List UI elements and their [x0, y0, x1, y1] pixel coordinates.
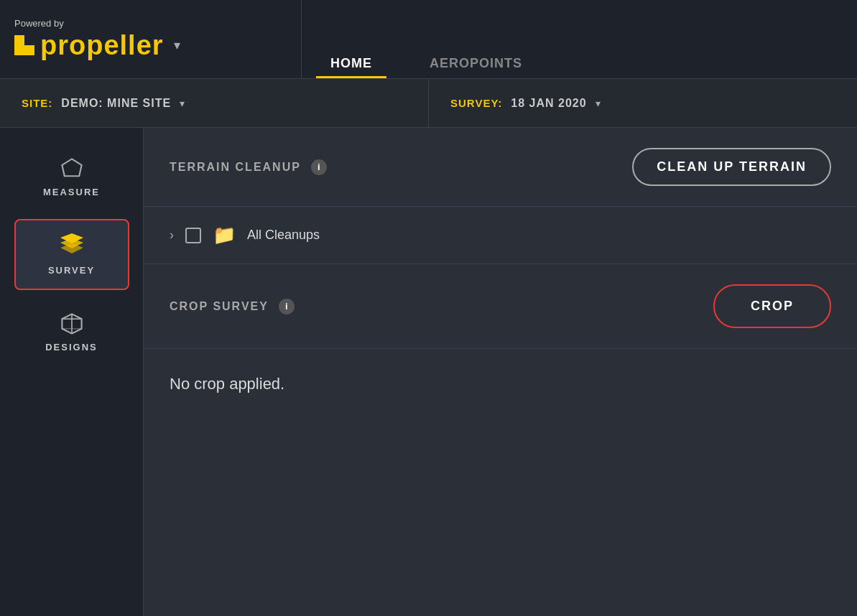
- crop-survey-title: CROP SURVEY: [170, 300, 269, 313]
- no-crop-section: No crop applied.: [144, 349, 857, 616]
- no-crop-text: No crop applied.: [170, 375, 284, 393]
- clean-up-terrain-button[interactable]: CLEAN UP TERRAIN: [632, 148, 831, 186]
- logo-text: propeller ▾: [14, 30, 287, 61]
- all-cleanups-row: › 📁 All Cleanups: [144, 207, 857, 264]
- nav-tabs: HOME AEROPOINTS: [302, 0, 857, 78]
- survey-section: SURVEY: 18 JAN 2020 ▾: [429, 79, 857, 127]
- terrain-cleanup-left: TERRAIN CLEANUP i: [170, 159, 327, 175]
- all-cleanups-label: All Cleanups: [247, 228, 320, 243]
- crop-survey-info-icon[interactable]: i: [279, 299, 295, 314]
- logo-square-icon: [14, 35, 34, 55]
- crop-button[interactable]: CROP: [713, 284, 831, 328]
- sidebar-item-measure[interactable]: MEASURE: [14, 142, 129, 212]
- terrain-cleanup-info-icon[interactable]: i: [311, 159, 327, 175]
- site-dropdown-icon[interactable]: ▾: [180, 98, 185, 109]
- sidebar: MEASURE SURVEY DESIGNS: [0, 128, 144, 616]
- main-content: MEASURE SURVEY DESIGNS: [0, 128, 857, 616]
- survey-dropdown-icon[interactable]: ▾: [596, 98, 601, 109]
- top-nav: Powered by propeller ▾ HOME AEROPOINTS: [0, 0, 857, 79]
- sidebar-measure-label: MEASURE: [43, 187, 100, 197]
- crop-survey-left: CROP SURVEY i: [170, 299, 295, 314]
- folder-icon: 📁: [213, 224, 236, 246]
- right-panel: TERRAIN CLEANUP i CLEAN UP TERRAIN › 📁 A…: [144, 128, 857, 616]
- terrain-cleanup-section: TERRAIN CLEANUP i CLEAN UP TERRAIN: [144, 128, 857, 207]
- cleanups-checkbox[interactable]: [185, 228, 201, 243]
- tab-aeropoints[interactable]: AEROPOINTS: [401, 0, 551, 78]
- logo-dropdown-icon[interactable]: ▾: [174, 37, 180, 53]
- site-value: DEMO: MINE SITE: [61, 97, 171, 110]
- propeller-name: propeller: [40, 30, 164, 61]
- terrain-cleanup-title: TERRAIN CLEANUP: [170, 161, 301, 174]
- survey-value: 18 JAN 2020: [511, 97, 586, 110]
- crop-survey-section: CROP SURVEY i CROP: [144, 264, 857, 349]
- sidebar-survey-label: SURVEY: [48, 265, 95, 276]
- site-survey-bar: SITE: DEMO: MINE SITE ▾ SURVEY: 18 JAN 2…: [0, 79, 857, 128]
- survey-label: SURVEY:: [450, 97, 502, 109]
- sidebar-item-designs[interactable]: DESIGNS: [14, 297, 129, 367]
- sidebar-item-survey[interactable]: SURVEY: [14, 219, 129, 290]
- site-label: SITE:: [22, 97, 52, 109]
- site-section: SITE: DEMO: MINE SITE ▾: [0, 79, 429, 127]
- logo-area: Powered by propeller ▾: [0, 0, 302, 78]
- expand-cleanups-icon[interactable]: ›: [170, 228, 174, 243]
- designs-icon: [60, 312, 84, 336]
- measure-icon: [60, 157, 84, 181]
- svg-marker-0: [62, 159, 81, 176]
- tab-home[interactable]: HOME: [302, 0, 401, 78]
- sidebar-designs-label: DESIGNS: [45, 342, 98, 353]
- survey-layers-icon: [57, 233, 86, 259]
- powered-by-text: Powered by: [14, 18, 287, 29]
